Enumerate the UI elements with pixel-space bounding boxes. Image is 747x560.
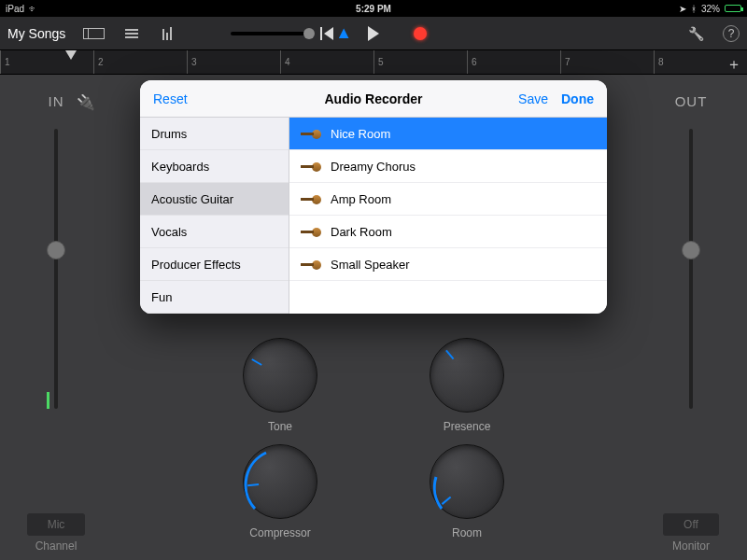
wrench-icon [688, 25, 704, 42]
guitar-icon [301, 190, 321, 207]
guitar-icon [301, 223, 321, 240]
guitar-icon [301, 256, 321, 273]
category-item[interactable]: Vocals [140, 216, 289, 248]
presence-label: Presence [444, 420, 491, 433]
tone-knob[interactable] [243, 338, 317, 413]
mic-button[interactable]: Mic [27, 513, 86, 536]
ruler-tick: 4 [280, 50, 374, 74]
compressor-knob[interactable] [243, 444, 317, 519]
play-button[interactable] [361, 23, 386, 44]
volume-knob[interactable] [303, 28, 315, 39]
list-icon [125, 29, 138, 38]
tracks-icon [88, 28, 105, 39]
preset-list: Nice Room Dreamy Chorus Amp Room Dark Ro… [289, 118, 607, 314]
clock: 5:29 PM [356, 4, 391, 14]
ruler-tick: 7 [560, 50, 654, 74]
channel-label: Channel [0, 539, 112, 553]
location-icon: ➤ [679, 4, 686, 14]
room-knob[interactable] [430, 444, 504, 519]
tone-label: Tone [268, 420, 292, 433]
input-meter [47, 392, 49, 409]
battery-icon [725, 5, 741, 12]
input-fader-knob[interactable] [47, 241, 65, 259]
preset-popover: Reset Audio Recorder Save Done Drums Key… [140, 80, 607, 314]
reset-button[interactable]: Reset [153, 91, 188, 106]
ruler-tick: 1 [0, 50, 93, 74]
add-track-button[interactable]: ＋ [726, 55, 741, 75]
rewind-button[interactable] [315, 23, 339, 44]
playhead-icon[interactable] [65, 50, 77, 60]
bluetooth-icon: ᚼ [691, 4, 697, 14]
category-item[interactable]: Keyboards [140, 150, 289, 183]
room-label: Room [452, 526, 482, 539]
category-item[interactable]: Acoustic Guitar [140, 183, 289, 216]
status-bar: iPad ᯤ 5:29 PM ➤ ᚼ 32% [0, 0, 747, 17]
timeline-ruler[interactable]: 1 2 3 4 5 6 7 8 ＋ [0, 50, 747, 75]
compressor-label: Compressor [249, 526, 310, 539]
ruler-tick: 6 [467, 50, 560, 74]
output-label: OUT [675, 93, 708, 109]
category-item[interactable]: Fun [140, 281, 289, 314]
preset-item[interactable]: Small Speaker [289, 248, 607, 281]
mixer-button[interactable] [155, 23, 179, 44]
ruler-tick: 3 [187, 50, 280, 74]
record-icon [414, 27, 427, 40]
popover-header: Reset Audio Recorder Save Done [140, 80, 607, 118]
category-item[interactable]: Producer Effects [140, 248, 289, 281]
battery-percent: 32% [701, 4, 720, 14]
guitar-icon [301, 125, 321, 142]
category-list: Drums Keyboards Acoustic Guitar Vocals P… [140, 118, 289, 314]
preset-item[interactable]: Dreamy Chorus [289, 150, 607, 183]
play-icon [368, 26, 379, 41]
help-button[interactable]: ? [723, 25, 740, 42]
input-fader[interactable] [54, 129, 58, 409]
output-fader-knob[interactable] [682, 241, 700, 259]
done-button[interactable]: Done [561, 91, 594, 106]
list-view-button[interactable] [120, 23, 144, 44]
record-button[interactable] [408, 23, 432, 44]
output-column: OUT Off Monitor [635, 75, 747, 560]
preset-item[interactable]: Nice Room [289, 118, 607, 150]
mixer-icon [162, 27, 172, 40]
volume-slider[interactable] [231, 32, 315, 35]
category-item[interactable]: Drums [140, 118, 289, 150]
toolbar: My Songs ▲ ? [0, 17, 747, 50]
plug-icon: 🔌 [77, 93, 95, 111]
wifi-icon: ᯤ [29, 4, 38, 14]
monitor-label: Monitor [635, 539, 747, 553]
ruler-tick: 2 [93, 50, 187, 74]
monitor-off-button[interactable]: Off [663, 513, 719, 536]
ruler-tick: 5 [374, 50, 467, 74]
preset-item[interactable]: Amp Room [289, 183, 607, 216]
settings-button[interactable] [684, 23, 708, 44]
input-label: IN [49, 93, 64, 109]
presence-knob[interactable] [430, 338, 504, 413]
preset-item[interactable]: Dark Room [289, 216, 607, 248]
guitar-icon [301, 158, 321, 175]
popover-title: Audio Recorder [324, 91, 422, 106]
device-label: iPad [6, 4, 24, 14]
rewind-icon [320, 27, 333, 40]
input-column: IN 🔌 Mic Channel [0, 75, 112, 560]
output-fader[interactable] [689, 129, 693, 409]
save-button[interactable]: Save [518, 91, 548, 106]
back-button[interactable]: My Songs [7, 26, 65, 41]
tracks-view-button[interactable] [84, 23, 108, 44]
